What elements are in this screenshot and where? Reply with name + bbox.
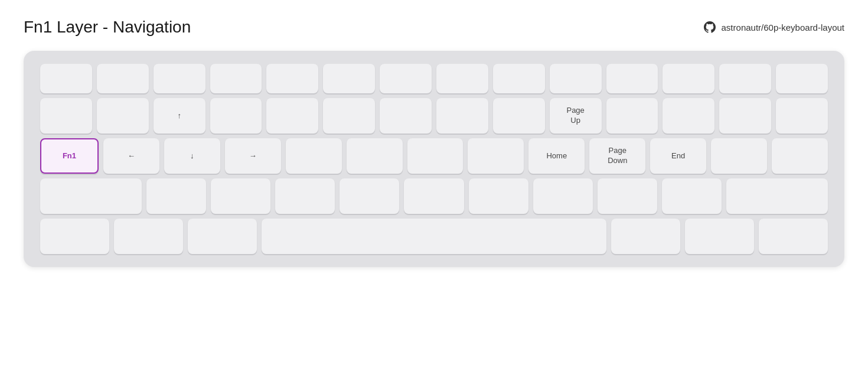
key-backspace[interactable] [776,64,828,93]
key-i[interactable] [493,98,545,134]
key-9[interactable] [550,64,602,93]
key-6[interactable] [380,64,432,93]
key-semicolon-end[interactable]: End [650,138,706,174]
key-lshift[interactable] [40,178,142,214]
key-w-up[interactable]: ↑ [154,98,205,134]
key-1[interactable] [97,64,149,93]
key-o-pageup[interactable]: Page Up [550,98,602,134]
key-y[interactable] [380,98,432,134]
key-0[interactable] [606,64,658,93]
key-c[interactable] [275,178,335,214]
key-s-down[interactable]: ↓ [164,138,220,174]
github-link[interactable]: astronautr/60p-keyboard-layout [703,20,844,34]
key-lctrl[interactable] [40,219,109,254]
key-5[interactable] [323,64,375,93]
github-icon [703,20,717,34]
key-4[interactable] [266,64,318,93]
row-zxcv [40,178,828,214]
key-bracket-open[interactable] [663,98,714,134]
key-z[interactable] [146,178,206,214]
key-r[interactable] [266,98,318,134]
row-bottom [40,219,828,254]
key-q[interactable] [97,98,149,134]
row-function [40,64,828,93]
key-8[interactable] [493,64,545,93]
key-d-right[interactable]: → [225,138,281,174]
key-equals[interactable] [719,64,771,93]
key-enter[interactable] [772,138,828,174]
key-bracket-close[interactable] [719,98,771,134]
key-tilde[interactable] [40,64,92,93]
key-quote[interactable] [711,138,767,174]
key-p[interactable] [606,98,658,134]
key-e[interactable] [210,98,262,134]
key-minus[interactable] [663,64,714,93]
key-a-left[interactable]: ← [103,138,159,174]
row-asdf: Fn1 ← ↓ → Home Page Down End [40,138,828,174]
key-period[interactable] [662,178,722,214]
page-title: Fn1 Layer - Navigation [24,18,191,37]
key-k-home[interactable]: Home [528,138,585,174]
row-qwerty: ↑ Page Up [40,98,828,134]
key-l-pagedown[interactable]: Page Down [589,138,645,174]
key-lalt[interactable] [114,219,183,254]
key-2[interactable] [154,64,205,93]
key-ralt[interactable] [685,219,754,254]
key-b[interactable] [404,178,464,214]
key-u[interactable] [436,98,488,134]
key-j[interactable] [468,138,524,174]
key-t[interactable] [323,98,375,134]
key-g[interactable] [347,138,403,174]
header: Fn1 Layer - Navigation astronautr/60p-ke… [24,18,844,37]
key-tab[interactable] [40,98,92,134]
key-n[interactable] [469,178,528,214]
key-7[interactable] [436,64,488,93]
key-f[interactable] [286,138,342,174]
keyboard: ↑ Page Up Fn1 ← ↓ → Home Page Down End [24,51,844,267]
key-comma[interactable] [598,178,657,214]
key-h[interactable] [407,138,464,174]
key-3[interactable] [210,64,262,93]
key-rctrl[interactable] [759,219,828,254]
key-lgui[interactable] [188,219,257,254]
github-label: astronautr/60p-keyboard-layout [722,22,844,32]
key-fn1[interactable]: Fn1 [40,138,99,174]
key-m[interactable] [533,178,593,214]
key-v[interactable] [340,178,399,214]
key-rgui[interactable] [611,219,680,254]
key-backslash[interactable] [776,98,828,134]
key-x[interactable] [211,178,270,214]
key-rshift[interactable] [726,178,828,214]
key-space[interactable] [262,219,607,254]
